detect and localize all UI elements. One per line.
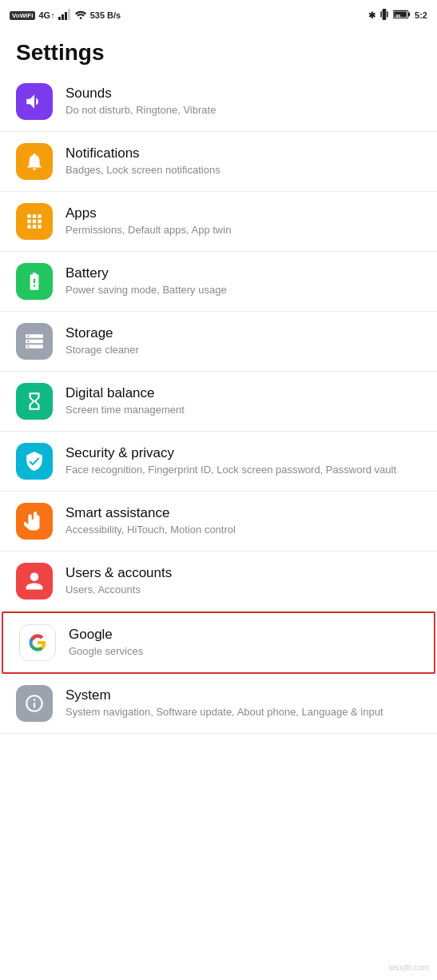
settings-item-users-accounts[interactable]: Users & accountsUsers, Accounts [0, 552, 437, 612]
system-title: System [66, 687, 421, 703]
settings-item-notifications[interactable]: NotificationsBadges, Lock screen notific… [0, 132, 437, 192]
notifications-icon [16, 143, 53, 180]
watermark: wsxdn.com [389, 963, 429, 972]
wifi-signal [74, 10, 87, 21]
settings-item-smart-assistance[interactable]: Smart assistanceAccessibility, HiTouch, … [0, 492, 437, 552]
storage-title: Storage [66, 325, 421, 341]
notifications-subtitle: Badges, Lock screen notifications [66, 163, 421, 177]
smart-assistance-title: Smart assistance [66, 505, 421, 521]
settings-item-security-privacy[interactable]: Security & privacyFace recognition, Fing… [0, 432, 437, 492]
smart-assistance-text: Smart assistanceAccessibility, HiTouch, … [66, 505, 421, 537]
digital-balance-text: Digital balanceScreen time management [66, 385, 421, 417]
apps-icon [16, 203, 53, 240]
battery-indicator: 96 [393, 10, 411, 21]
data-speed: 535 B/s [90, 10, 121, 20]
settings-item-google[interactable]: GoogleGoogle services [2, 612, 435, 674]
svg-point-4 [79, 17, 81, 19]
status-bar: VoWiFi 4G↑ 535 B/s ✱ [0, 0, 437, 29]
storage-subtitle: Storage cleaner [66, 343, 421, 357]
signal-bars [58, 9, 71, 22]
sounds-text: SoundsDo not disturb, Ringtone, Vibrate [66, 86, 421, 118]
svg-rect-1 [62, 14, 64, 20]
storage-icon [16, 323, 53, 360]
google-icon [19, 624, 56, 661]
vowifi-indicator: VoWiFi [10, 11, 35, 20]
security-privacy-title: Security & privacy [66, 445, 421, 461]
apps-title: Apps [66, 205, 421, 221]
users-accounts-subtitle: Users, Accounts [66, 583, 421, 597]
battery-title: Battery [66, 265, 421, 281]
digital-balance-icon [16, 383, 53, 420]
notifications-title: Notifications [66, 145, 421, 161]
users-accounts-title: Users & accounts [66, 565, 421, 581]
battery-text: BatteryPower saving mode, Battery usage [66, 265, 421, 297]
digital-balance-subtitle: Screen time management [66, 403, 421, 417]
sounds-icon [16, 83, 53, 120]
settings-item-sounds[interactable]: SoundsDo not disturb, Ringtone, Vibrate [0, 72, 437, 132]
sounds-subtitle: Do not disturb, Ringtone, Vibrate [66, 103, 421, 118]
svg-rect-3 [68, 9, 70, 20]
svg-rect-9 [408, 13, 410, 17]
settings-item-digital-balance[interactable]: Digital balanceScreen time management [0, 372, 437, 432]
settings-item-battery[interactable]: BatteryPower saving mode, Battery usage [0, 252, 437, 312]
users-accounts-text: Users & accountsUsers, Accounts [66, 565, 421, 597]
settings-item-apps[interactable]: AppsPermissions, Default apps, App twin [0, 192, 437, 252]
system-subtitle: System navigation, Software update, Abou… [66, 705, 421, 719]
security-privacy-text: Security & privacyFace recognition, Fing… [66, 445, 421, 477]
system-icon [16, 685, 53, 722]
svg-text:96: 96 [395, 14, 400, 18]
notifications-text: NotificationsBadges, Lock screen notific… [66, 145, 421, 177]
google-text: GoogleGoogle services [69, 627, 418, 659]
apps-text: AppsPermissions, Default apps, App twin [66, 205, 421, 237]
settings-item-storage[interactable]: StorageStorage cleaner [0, 312, 437, 372]
storage-text: StorageStorage cleaner [66, 325, 421, 357]
smart-assistance-icon [16, 503, 53, 540]
smart-assistance-subtitle: Accessibility, HiTouch, Motion control [66, 523, 421, 537]
settings-list: SoundsDo not disturb, Ringtone, VibrateN… [0, 72, 437, 734]
svg-rect-7 [387, 11, 388, 18]
vibrate-icon [379, 9, 389, 22]
battery-subtitle: Power saving mode, Battery usage [66, 283, 421, 297]
bluetooth-icon: ✱ [368, 10, 375, 21]
svg-rect-2 [65, 12, 67, 20]
security-privacy-icon [16, 443, 53, 480]
status-left: VoWiFi 4G↑ 535 B/s [10, 9, 121, 22]
network-indicator: 4G↑ [38, 10, 54, 20]
status-right: ✱ 96 5:2 [368, 9, 427, 22]
page-title: Settings [0, 29, 437, 72]
apps-subtitle: Permissions, Default apps, App twin [66, 223, 421, 237]
google-subtitle: Google services [69, 644, 418, 659]
users-accounts-icon [16, 563, 53, 600]
svg-rect-0 [58, 17, 61, 20]
battery-icon [16, 263, 53, 300]
system-text: SystemSystem navigation, Software update… [66, 687, 421, 719]
sounds-title: Sounds [66, 86, 421, 102]
svg-rect-5 [383, 9, 387, 20]
svg-rect-6 [380, 11, 382, 18]
time-display: 5:2 [415, 10, 427, 20]
security-privacy-subtitle: Face recognition, Fingerprint ID, Lock s… [66, 463, 421, 477]
google-title: Google [69, 627, 418, 643]
settings-item-system[interactable]: SystemSystem navigation, Software update… [0, 674, 437, 734]
digital-balance-title: Digital balance [66, 385, 421, 401]
